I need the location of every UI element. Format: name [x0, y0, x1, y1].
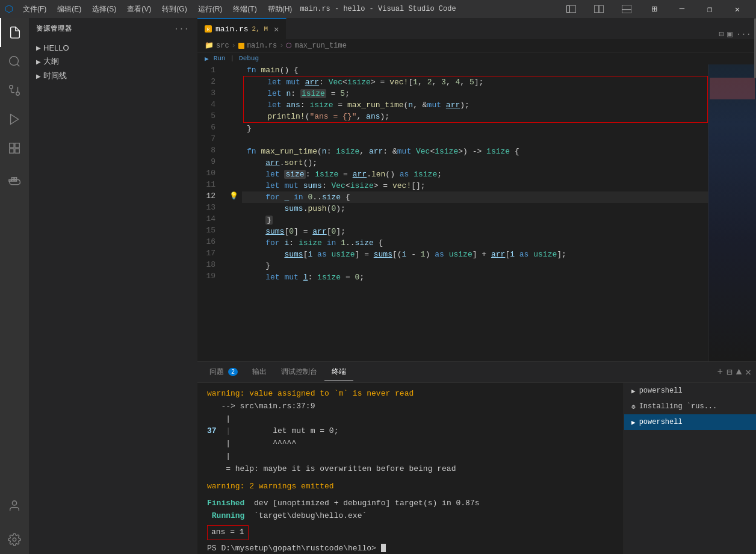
menu-run[interactable]: 运行(R)	[193, 3, 228, 16]
code-line-5: println!("ans = {}", ans);	[244, 111, 707, 122]
code-line-8: fn max_run_time(n: isize, arr: &mut Vec<…	[242, 146, 708, 157]
tab-main-rs[interactable]: R main.rs 2, M ✕	[197, 18, 287, 39]
tree-item-timeline[interactable]: ▶ 时间线	[29, 69, 197, 83]
account-icon[interactable]	[0, 491, 29, 520]
warning-line-2: warning: 2 warnings emitted	[207, 481, 614, 493]
panel-layout: warning: value assigned to `m` is never …	[197, 383, 756, 554]
editor-layout-btn[interactable]	[585, 0, 613, 18]
menu-edit[interactable]: 编辑(E)	[52, 3, 86, 16]
close-btn[interactable]: ✕	[723, 0, 751, 18]
code-line-18: }	[242, 260, 708, 272]
search-icon[interactable]	[0, 47, 29, 76]
svg-rect-4	[622, 5, 631, 13]
breadcrumb-src[interactable]: 📁 src	[205, 41, 229, 50]
warning-underline: | ^^^^^	[207, 438, 614, 450]
warning-pipe-2: |	[207, 450, 614, 463]
tree-label-outline: 大纲	[43, 56, 59, 67]
menu-terminal[interactable]: 终端(T)	[228, 3, 261, 16]
svg-rect-15	[15, 149, 19, 153]
tree-arrow-timeline: ▶	[36, 73, 41, 79]
maximize-panel-icon[interactable]: ▲	[736, 367, 742, 378]
menu-select[interactable]: 选择(S)	[87, 3, 121, 16]
sidebar-tree: ▶ HELLO ▶ 大纲 ▶ 时间线	[29, 39, 197, 86]
split-editor-icon[interactable]: ⊟	[719, 29, 723, 39]
panel-actions: + ⊟ ▲ ✕	[717, 366, 752, 378]
docker-icon[interactable]	[0, 167, 29, 196]
run-btn[interactable]: Run	[214, 55, 226, 62]
tree-arrow-hello: ▶	[36, 45, 41, 51]
terminal-item-2[interactable]: ⚙ Installing `rus...	[624, 399, 756, 414]
terminal-item-3[interactable]: ▶ powershell	[624, 414, 756, 430]
cursor	[381, 544, 386, 552]
close-panel-icon[interactable]: ✕	[745, 366, 751, 378]
panel-content[interactable]: warning: value assigned to `m` is never …	[197, 383, 624, 554]
code-lines[interactable]: fn main() { let mut arr: Vec<isize> = ve…	[240, 64, 708, 361]
line-numbers: 1 2 3 4 5 6 7 8 9 10 11 12 13 14	[197, 64, 228, 361]
warning-line-1: warning: value assigned to `m` is never …	[207, 388, 614, 400]
run-debug-icon[interactable]	[0, 105, 29, 134]
toggle-panel-icon[interactable]: ▣	[727, 29, 732, 39]
svg-marker-11	[11, 114, 19, 125]
source-control-icon[interactable]	[0, 76, 29, 105]
breadcrumb-func[interactable]: ⬡ max_run_time	[286, 42, 346, 50]
svg-rect-1	[566, 5, 576, 13]
tab-close-icon[interactable]: ✕	[274, 24, 279, 34]
warning-path-1: --> src\main.rs:37:9	[207, 400, 614, 413]
code-line-3: let n: isize = 5;	[244, 88, 707, 99]
explorer-icon[interactable]	[0, 18, 29, 47]
panel-tabs: 问题 2 输出 调试控制台 终端 + ⊟ ▲ ✕	[197, 362, 756, 383]
terminal-icon-3: ▶	[631, 419, 636, 426]
result-line: ans = 1	[207, 525, 614, 540]
vscode-icon: ⬡	[5, 3, 13, 15]
extensions-icon[interactable]	[0, 134, 29, 163]
terminal-item-1[interactable]: ▶ powershell	[624, 383, 756, 399]
tab-file-icon: R	[205, 25, 212, 33]
terminal-icon-2: ⚙	[631, 403, 636, 411]
more-actions-icon[interactable]: ···	[173, 23, 190, 35]
code-line-11: let mut sums: Vec<isize> = vec![];	[242, 180, 708, 191]
breadcrumb-file[interactable]: main.rs	[238, 42, 277, 50]
tree-item-hello[interactable]: ▶ HELLO	[29, 42, 197, 54]
split-terminal-icon[interactable]: ⊟	[727, 366, 733, 378]
svg-point-21	[12, 501, 16, 505]
tab-output[interactable]: 输出	[245, 363, 274, 381]
add-terminal-icon[interactable]: +	[717, 367, 723, 378]
window-controls: ⊞ ─ ❐ ✕	[557, 0, 751, 18]
minimap-content	[708, 64, 756, 361]
panel: 问题 2 输出 调试控制台 终端 + ⊟ ▲ ✕	[197, 361, 756, 554]
debug-btn[interactable]: Debug	[239, 55, 259, 62]
menu-help[interactable]: 帮助(H)	[263, 3, 297, 16]
panel-toggle-btn[interactable]	[613, 0, 640, 18]
sidebar-toggle-btn[interactable]	[557, 0, 585, 18]
svg-point-6	[10, 57, 19, 66]
layout-menu-btn[interactable]: ⊞	[640, 0, 668, 18]
more-tabs-icon[interactable]: ···	[736, 30, 751, 39]
code-line-10: let size: isize = arr.len() as isize;	[242, 169, 708, 180]
svg-point-8	[16, 92, 20, 96]
tree-item-outline[interactable]: ▶ 大纲	[29, 54, 197, 69]
menu-view[interactable]: 查看(V)	[122, 3, 156, 16]
tab-debug-console[interactable]: 调试控制台	[274, 363, 324, 381]
code-line-16: for i: isize in 1..size {	[242, 237, 708, 249]
code-line-7	[242, 134, 708, 146]
minimize-btn[interactable]: ─	[668, 0, 696, 18]
warning-code-line: 37 | let mut m = 0;	[207, 425, 614, 438]
menu-goto[interactable]: 转到(G)	[157, 3, 191, 16]
warning-pipe-1: |	[207, 413, 614, 426]
code-scroll[interactable]: 1 2 3 4 5 6 7 8 9 10 11 12 13 14	[197, 64, 708, 361]
menu-file[interactable]: 文件(F)	[18, 3, 51, 16]
tab-problems[interactable]: 问题 2	[202, 363, 245, 381]
tab-terminal[interactable]: 终端	[324, 363, 353, 381]
running-line: Running `target\debug\hello.exe`	[207, 510, 614, 523]
code-line-13: sums.push(0);	[242, 203, 708, 214]
code-line-17: sums[i as usize] = sums[(i - 1) as usize…	[242, 249, 708, 260]
editor-area: R main.rs 2, M ✕ ⊟ ▣ ··· 📁 src ›	[197, 18, 756, 361]
lightbulb-icon[interactable]: 💡	[228, 190, 240, 202]
settings-icon[interactable]	[0, 525, 29, 554]
minimap[interactable]	[708, 64, 756, 361]
svg-rect-14	[10, 149, 14, 153]
warning-help: = help: maybe it is overwritten before b…	[207, 463, 614, 476]
maximize-btn[interactable]: ❐	[696, 0, 723, 18]
finished-line: Finished dev [unoptimized + debuginfo] t…	[207, 497, 614, 510]
gutter: 💡	[228, 64, 240, 361]
